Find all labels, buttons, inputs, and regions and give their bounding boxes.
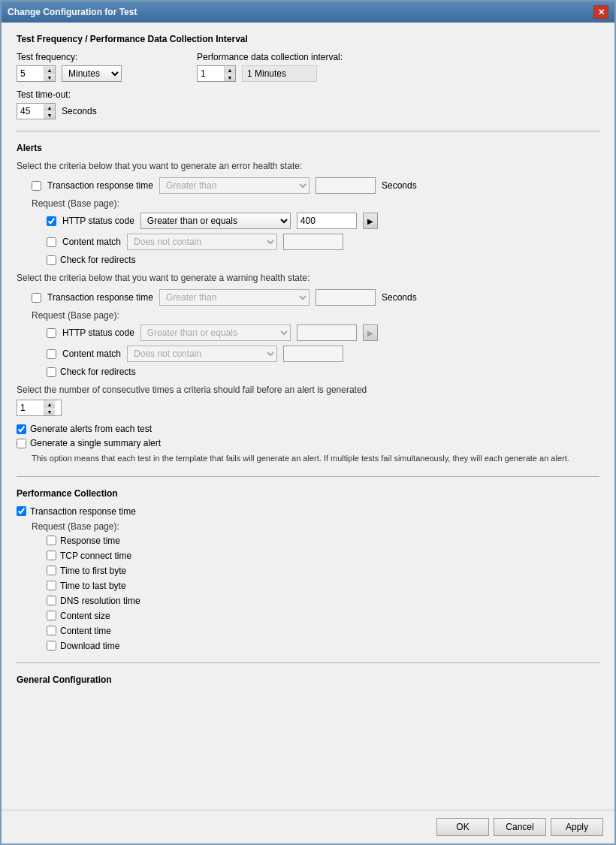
perf-dns-resolution-row: DNS resolution time xyxy=(47,596,599,606)
window-title: Change Configuration for Test xyxy=(8,7,137,17)
error-redirects-label: Check for redirects xyxy=(60,255,136,265)
info-text: This option means that each test in the … xyxy=(17,452,599,465)
warning-http-operator[interactable]: Greater than Greater than or equals Less… xyxy=(140,324,291,341)
warning-content-checkbox[interactable] xyxy=(47,349,56,359)
frequency-down-btn[interactable]: ▼ xyxy=(44,74,55,81)
consecutive-label: Select the number of consecutive times a… xyxy=(17,385,599,395)
perf-request-label: Request (Base page): xyxy=(17,521,599,532)
warning-content-operator[interactable]: Does not contain Contains Equals xyxy=(127,346,277,362)
apply-button[interactable]: Apply xyxy=(551,818,603,836)
perf-time-last-byte-label: Time to last byte xyxy=(60,581,126,591)
test-frequency-group: Test frequency: 5 ▲ ▼ Minutes Seconds xyxy=(17,52,122,82)
frequency-input[interactable]: 5 xyxy=(17,66,44,81)
perf-download-time-checkbox[interactable] xyxy=(47,641,56,650)
generate-each-row: Generate alerts from each test xyxy=(17,424,599,434)
warning-content-label: Content match xyxy=(62,349,121,359)
close-button[interactable]: ✕ xyxy=(593,5,608,19)
perf-time-first-byte-checkbox[interactable] xyxy=(47,566,56,575)
performance-section-title: Performance Collection xyxy=(17,488,599,499)
perf-content-time-label: Content time xyxy=(60,626,111,636)
timeout-up-btn[interactable]: ▲ xyxy=(44,104,55,111)
warning-http-value[interactable] xyxy=(297,324,357,341)
generate-each-checkbox[interactable] xyxy=(17,424,26,434)
alerts-title: Alerts xyxy=(17,143,599,153)
error-transaction-operator[interactable]: Greater than Greater than or equals Less… xyxy=(159,177,310,194)
error-http-label: HTTP status code xyxy=(62,216,134,226)
error-http-value[interactable] xyxy=(297,213,357,229)
error-http-alert-btn[interactable]: ▶ xyxy=(363,213,378,229)
consecutive-down-btn[interactable]: ▼ xyxy=(44,408,55,415)
perf-time-last-byte-row: Time to last byte xyxy=(47,581,599,591)
perf-dns-resolution-checkbox[interactable] xyxy=(47,596,56,605)
general-section-title: General Configuration xyxy=(17,674,599,685)
error-http-row: HTTP status code Greater than Greater th… xyxy=(32,213,599,229)
error-http-operator[interactable]: Greater than Greater than or equals Less… xyxy=(140,213,291,229)
warning-content-row: Content match Does not contain Contains … xyxy=(32,346,599,362)
perf-content-time-checkbox[interactable] xyxy=(47,626,56,635)
warning-http-row: HTTP status code Greater than Greater th… xyxy=(32,324,599,341)
error-content-operator[interactable]: Does not contain Contains Equals xyxy=(127,234,277,250)
error-request-group: Request (Base page): HTTP status code Gr… xyxy=(17,198,599,265)
warning-transaction-value[interactable] xyxy=(316,289,376,306)
warning-http-checkbox[interactable] xyxy=(47,328,56,338)
generate-summary-row: Generate a single summary alert xyxy=(17,438,599,448)
title-bar: Change Configuration for Test ✕ xyxy=(2,2,614,23)
error-transaction-checkbox[interactable] xyxy=(32,181,41,191)
frequency-up-btn[interactable]: ▲ xyxy=(44,66,55,74)
error-redirects-checkbox[interactable] xyxy=(47,255,56,265)
scroll-area: Test Frequency / Performance Data Collec… xyxy=(2,23,614,810)
frequency-section: Test Frequency / Performance Data Collec… xyxy=(17,34,599,119)
perf-tcp-connect-checkbox[interactable] xyxy=(47,551,56,560)
perf-content-size-row: Content size xyxy=(47,611,599,621)
timeout-spinbox[interactable]: 45 ▲ ▼ xyxy=(17,103,56,119)
consecutive-spinbox-btns: ▲ ▼ xyxy=(44,400,55,415)
error-content-row: Content match Does not contain Contains … xyxy=(32,234,599,250)
timeout-unit: Seconds xyxy=(62,106,97,116)
perf-interval-spinbox[interactable]: 1 ▲ ▼ xyxy=(197,65,236,82)
error-transaction-value[interactable] xyxy=(316,177,376,194)
warning-transaction-operator[interactable]: Greater than Greater than or equals Less… xyxy=(159,289,310,306)
cancel-button[interactable]: Cancel xyxy=(494,818,546,836)
perf-items-group: Response time TCP connect time Time to f… xyxy=(17,536,599,651)
consecutive-up-btn[interactable]: ▲ xyxy=(44,400,55,408)
timeout-down-btn[interactable]: ▼ xyxy=(44,111,55,119)
perf-tcp-connect-label: TCP connect time xyxy=(60,551,131,561)
perf-interval-input[interactable]: 1 xyxy=(198,66,224,81)
generate-summary-checkbox[interactable] xyxy=(17,439,26,448)
perf-download-time-row: Download time xyxy=(47,641,599,651)
warning-transaction-unit: Seconds xyxy=(382,292,417,303)
perf-content-size-checkbox[interactable] xyxy=(47,611,56,620)
error-http-checkbox[interactable] xyxy=(47,216,56,226)
perf-transaction-checkbox[interactable] xyxy=(17,506,26,516)
error-content-value[interactable] xyxy=(283,234,343,250)
warning-http-alert-btn[interactable]: ▶ xyxy=(363,324,378,341)
consecutive-group: Select the number of consecutive times a… xyxy=(17,385,599,416)
warning-criteria-label: Select the criteria below that you want … xyxy=(17,273,599,283)
error-content-checkbox[interactable] xyxy=(47,237,56,247)
perf-tcp-connect-row: TCP connect time xyxy=(47,551,599,561)
perf-time-last-byte-checkbox[interactable] xyxy=(47,581,56,590)
general-section: General Configuration xyxy=(17,674,599,685)
error-transaction-label: Transaction response time xyxy=(47,180,153,191)
perf-content-size-label: Content size xyxy=(60,611,110,621)
perf-download-time-label: Download time xyxy=(60,641,119,651)
alerts-section: Alerts Select the criteria below that yo… xyxy=(17,143,599,465)
perf-response-time-checkbox[interactable] xyxy=(47,536,56,545)
frequency-unit-select[interactable]: Minutes Seconds Hours xyxy=(62,65,122,82)
consecutive-input[interactable]: 1 xyxy=(17,400,44,415)
warning-redirects-label: Check for redirects xyxy=(60,367,136,377)
perf-interval-down-btn[interactable]: ▼ xyxy=(225,74,235,81)
perf-interval-label: Performance data collection interval: xyxy=(197,52,343,62)
footer-buttons: OK Cancel Apply xyxy=(2,810,614,843)
perf-transaction-label: Transaction response time xyxy=(30,506,136,517)
frequency-spinbox[interactable]: 5 ▲ ▼ xyxy=(17,65,56,82)
timeout-input[interactable]: 45 xyxy=(17,104,44,119)
warning-content-value[interactable] xyxy=(283,346,343,362)
warning-transaction-row: Transaction response time Greater than G… xyxy=(17,289,599,306)
warning-redirects-checkbox[interactable] xyxy=(47,367,56,377)
warning-transaction-checkbox[interactable] xyxy=(32,293,41,303)
consecutive-spinbox[interactable]: 1 ▲ ▼ xyxy=(17,400,62,416)
perf-dns-resolution-label: DNS resolution time xyxy=(60,596,140,606)
perf-interval-up-btn[interactable]: ▲ xyxy=(225,66,235,74)
ok-button[interactable]: OK xyxy=(436,818,489,836)
